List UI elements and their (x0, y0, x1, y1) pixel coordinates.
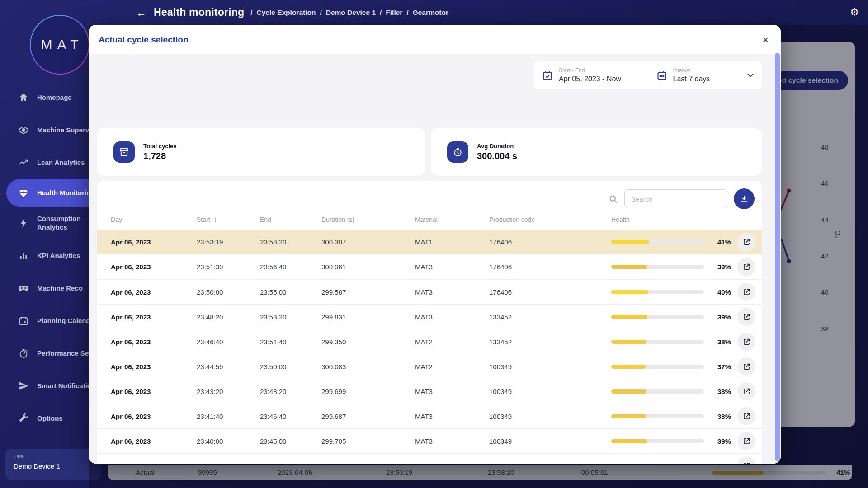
cell-duration: 299.699 (321, 388, 415, 395)
interval-value: Last 7 days (673, 75, 710, 83)
health-percent: 38% (709, 338, 731, 346)
cell-duration: 300.961 (321, 263, 415, 271)
table-row[interactable]: Apr 06, 2023 23:53:19 23:58:20 300.307 M… (97, 230, 762, 254)
health-bar (611, 340, 704, 344)
health-bar (611, 414, 704, 418)
health-percent: 40% (709, 288, 731, 296)
open-in-new-icon (742, 338, 751, 346)
column-end[interactable]: End (260, 216, 321, 223)
stat-label: Avg Duration (477, 143, 517, 150)
health-bar (611, 389, 704, 394)
cell-day: Apr 06, 2023 (111, 338, 197, 346)
breadcrumb-item[interactable]: Demo Device 1 (326, 9, 376, 17)
cell-start: 23:40:00 (197, 437, 260, 445)
table-body: Apr 06, 2023 23:53:19 23:58:20 300.307 M… (97, 230, 762, 464)
interval-picker[interactable]: Interval Last 7 days (648, 61, 762, 89)
open-in-new-icon (742, 387, 751, 396)
breadcrumb-item[interactable]: Cycle Exploration (256, 9, 316, 17)
cell-duration: 299.687 (321, 413, 415, 420)
open-cycle-button[interactable] (737, 432, 755, 450)
open-cycle-button[interactable] (737, 382, 755, 400)
cell-production-code: 133452 (489, 313, 611, 321)
cell-material: MAT3 (415, 288, 489, 296)
gauge-icon (18, 348, 29, 359)
back-arrow-icon[interactable]: ← (136, 6, 146, 19)
table-row[interactable]: Apr 06, 2023 23:40:00 23:45:00 299.705 M… (97, 428, 762, 453)
open-in-new-icon (742, 263, 751, 271)
cell-start: 23:51:39 (197, 263, 260, 271)
send-icon (18, 380, 29, 391)
cell-day: Apr 06, 2023 (111, 288, 197, 296)
interval-label: Interval (673, 67, 710, 74)
health-percent: 39% (709, 263, 731, 271)
search-input[interactable] (624, 189, 727, 208)
cell-start: 23:53:19 (197, 238, 260, 246)
open-cycle-button[interactable] (737, 407, 755, 425)
line-device-card[interactable]: Line Demo Device 1 (5, 449, 101, 480)
cell-production-code: 133452 (489, 462, 611, 464)
health-percent: 38% (709, 413, 731, 420)
trend-icon (18, 157, 29, 168)
table-row[interactable]: Apr 06, 2023 23:48:20 23:53:20 299.831 M… (97, 304, 762, 329)
cell-day: Apr 06, 2023 (111, 263, 197, 271)
close-icon[interactable]: × (762, 34, 769, 46)
cell-duration: 299.350 (321, 338, 415, 346)
table-row[interactable]: Apr 06, 2023 23:43:20 23:48:20 299.699 M… (97, 379, 762, 404)
download-button[interactable] (734, 188, 755, 209)
table-header: Day Start↓ End Duration [s] Material Pro… (97, 210, 762, 230)
cell-end: 23:53:20 (260, 313, 321, 321)
stopwatch-icon (447, 141, 468, 163)
breadcrumb-item[interactable]: Filler (386, 9, 402, 17)
cell-start: 23:41:40 (197, 413, 260, 420)
open-cycle-button[interactable] (737, 333, 755, 351)
bar-chart-icon (18, 250, 29, 261)
table-row[interactable]: Apr 06, 2023 23:46:40 23:51:40 299.350 M… (97, 329, 762, 354)
open-cycle-button[interactable] (737, 283, 755, 301)
table-row[interactable]: Apr 06, 2023 23:51:39 23:56:40 300.961 M… (97, 254, 762, 279)
modal-scrollbar[interactable] (775, 53, 780, 461)
cell-duration: 300.307 (321, 238, 415, 246)
cell-end: 23:56:40 (260, 263, 321, 271)
open-cycle-button[interactable] (737, 457, 755, 464)
cell-start: 23:38:19 (197, 462, 260, 464)
lightning-icon (18, 218, 29, 229)
date-range-picker: Start - End Apr 05, 2023 - Now Interval … (534, 61, 762, 89)
cell-end: 23:55:00 (260, 288, 321, 296)
open-cycle-button[interactable] (737, 233, 755, 251)
cell-material: MAT2 (415, 363, 489, 371)
column-health[interactable]: Health (611, 216, 755, 223)
table-row[interactable]: Apr 06, 2023 23:38:19 23:43:20 300.491 M… (97, 453, 762, 464)
column-production-code[interactable]: Production code (489, 216, 611, 223)
cell-duration: 300.083 (321, 363, 415, 371)
column-duration[interactable]: Duration [s] (321, 216, 415, 223)
column-day[interactable]: Day (111, 216, 197, 223)
health-percent: 38% (709, 388, 731, 395)
calendar-dots-icon (656, 70, 667, 81)
column-material[interactable]: Material (415, 216, 489, 223)
health-bar (611, 315, 704, 319)
health-bar (611, 265, 704, 269)
open-cycle-button[interactable] (737, 357, 755, 375)
cycles-table-card: Day Start↓ End Duration [s] Material Pro… (97, 181, 762, 464)
line-label: Line (14, 454, 93, 459)
start-end-value: Apr 05, 2023 - Now (559, 75, 621, 83)
cell-duration: 300.491 (321, 462, 415, 464)
cell-day: Apr 06, 2023 (111, 313, 197, 321)
open-cycle-button[interactable] (737, 258, 755, 276)
table-row[interactable]: Apr 06, 2023 23:50:00 23:55:00 299.587 M… (97, 279, 762, 304)
column-start[interactable]: Start↓ (197, 216, 260, 223)
table-row[interactable]: Apr 06, 2023 23:44:59 23:50:00 300.083 M… (97, 354, 762, 379)
breadcrumb-item[interactable]: Gearmotor (413, 9, 448, 17)
cell-duration: 299.587 (321, 288, 415, 296)
home-icon (18, 92, 29, 103)
download-icon (740, 194, 749, 203)
open-cycle-button[interactable] (737, 308, 755, 326)
cell-end: 23:51:40 (260, 338, 321, 346)
cell-day: Apr 06, 2023 (111, 437, 197, 445)
health-bar (611, 240, 704, 244)
calendar-check-icon (542, 70, 553, 81)
table-row[interactable]: Apr 06, 2023 23:41:40 23:46:40 299.687 M… (97, 404, 762, 428)
cell-production-code: 100349 (489, 437, 611, 445)
cell-day: Apr 06, 2023 (111, 462, 197, 464)
start-end-picker[interactable]: Start - End Apr 05, 2023 - Now (534, 61, 648, 89)
